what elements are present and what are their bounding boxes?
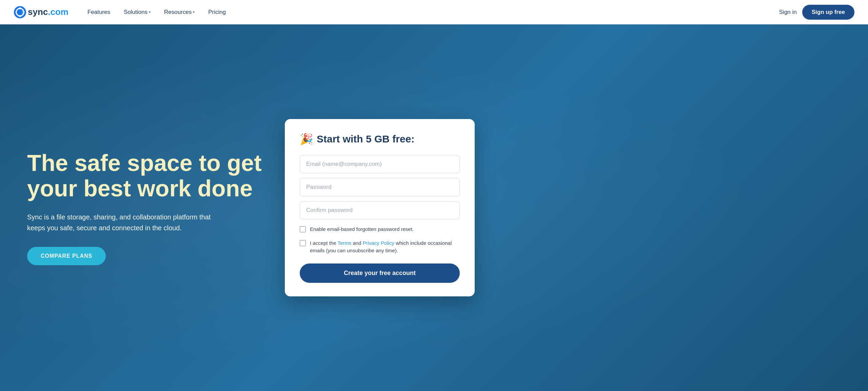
- navbar: sync.com Features Solutions ▾ Resources …: [0, 0, 868, 24]
- logo-text: sync.com: [28, 7, 68, 17]
- card-title-text: Start with 5 GB free:: [317, 133, 414, 145]
- forgotten-password-checkbox-group: Enable email-based forgotten password re…: [300, 226, 460, 233]
- party-emoji: 🎉: [300, 133, 313, 145]
- terms-middle: and: [351, 240, 362, 246]
- terms-prefix: I accept the: [310, 240, 337, 246]
- terms-checkbox-group: I accept the Terms and Privacy Policy wh…: [300, 239, 460, 255]
- navbar-actions: Sign in Sign up free: [779, 5, 854, 20]
- terms-link[interactable]: Terms: [337, 240, 351, 246]
- compare-plans-button[interactable]: COMPARE PLANS: [27, 247, 106, 265]
- signup-button[interactable]: Sign up free: [802, 5, 854, 20]
- hero-headline: The safe space to get your best work don…: [27, 150, 264, 201]
- nav-menu: Features Solutions ▾ Resources ▾ Pricing: [82, 6, 779, 18]
- nav-pricing[interactable]: Pricing: [203, 6, 231, 18]
- svg-point-2: [19, 15, 21, 17]
- nav-resources[interactable]: Resources ▾: [159, 6, 200, 18]
- terms-label: I accept the Terms and Privacy Policy wh…: [310, 239, 460, 255]
- password-input[interactable]: [300, 178, 460, 196]
- password-group: [300, 178, 460, 196]
- svg-point-1: [19, 7, 21, 9]
- terms-checkbox[interactable]: [300, 240, 306, 246]
- hero-left: The safe space to get your best work don…: [27, 150, 264, 266]
- privacy-policy-link[interactable]: Privacy Policy: [363, 240, 394, 246]
- signin-link[interactable]: Sign in: [779, 9, 797, 16]
- logo-link[interactable]: sync.com: [14, 6, 68, 19]
- hero-description: Sync is a file storage, sharing, and col…: [27, 212, 224, 233]
- sync-logo-icon: [14, 6, 26, 19]
- nav-features[interactable]: Features: [82, 6, 116, 18]
- resources-chevron-icon: ▾: [193, 10, 195, 14]
- signup-card: 🎉 Start with 5 GB free: Enable email-bas…: [285, 119, 475, 296]
- hero-section: The safe space to get your best work don…: [0, 24, 868, 391]
- solutions-chevron-icon: ▾: [149, 10, 151, 14]
- nav-solutions[interactable]: Solutions ▾: [118, 6, 156, 18]
- hero-right: 🎉 Start with 5 GB free: Enable email-bas…: [285, 119, 475, 296]
- card-title: 🎉 Start with 5 GB free:: [300, 133, 460, 145]
- confirm-password-input[interactable]: [300, 201, 460, 219]
- create-account-button[interactable]: Create your free account: [300, 263, 460, 283]
- email-input[interactable]: [300, 155, 460, 173]
- confirm-password-group: [300, 201, 460, 219]
- forgotten-password-label: Enable email-based forgotten password re…: [310, 226, 414, 233]
- forgotten-password-checkbox[interactable]: [300, 226, 306, 232]
- email-group: [300, 155, 460, 173]
